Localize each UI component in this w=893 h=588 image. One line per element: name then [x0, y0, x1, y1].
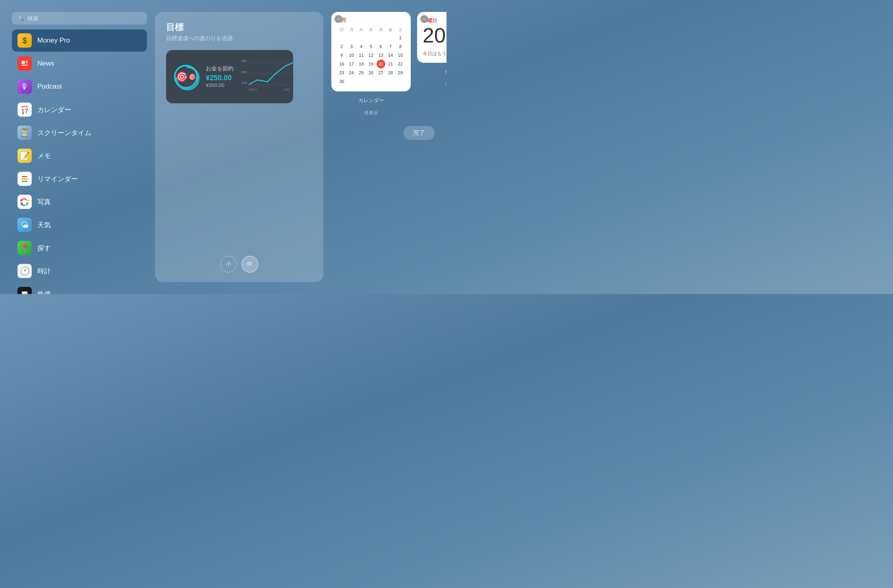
calendar-day[interactable]: 28	[386, 68, 395, 77]
calendar-grid: 日月火水木金土 12345678910111213141516171819202…	[337, 26, 405, 86]
calendar-next-caption: カレンダー	[444, 68, 447, 75]
calendar-day[interactable]: 9	[337, 51, 346, 60]
calendar-day[interactable]: 27	[377, 68, 385, 77]
svg-text:12/31: 12/31	[283, 88, 290, 91]
cal-day-header: 月	[347, 26, 357, 33]
calendar-month-caption: カレンダー	[358, 97, 384, 104]
app-label: メモ	[37, 151, 51, 161]
app-label: 時計	[37, 267, 51, 276]
app-label: Podcast	[37, 83, 62, 91]
sidebar-item-memo[interactable]: 📝メモ	[12, 145, 147, 167]
calendar-icon: APR17	[17, 103, 32, 117]
calendar-day[interactable]: 1	[396, 33, 405, 42]
sidebar-item-photos[interactable]: 写真	[12, 191, 147, 213]
calendar-day	[386, 33, 395, 42]
search-bar[interactable]: 🔍	[12, 12, 147, 25]
calendar-week-row: 1	[337, 33, 405, 42]
calendar-day[interactable]: 24	[347, 68, 356, 77]
sidebar-item-news[interactable]: News	[12, 52, 147, 75]
sidebar-item-moneypro[interactable]: $Money Pro	[12, 29, 147, 52]
calendar-day[interactable]: 29	[396, 68, 405, 77]
main-area: 目標 目標達成への道のりを追跡。 🎯 お金を節約 ¥250.00 ¥300.00	[147, 12, 331, 282]
calendar-day[interactable]: 13	[377, 51, 385, 60]
calendar-month-label: 4月	[338, 17, 405, 24]
remove-next-button[interactable]: −	[420, 15, 428, 23]
calendar-day[interactable]: 2	[337, 42, 346, 51]
app-label: スクリーンタイム	[37, 128, 91, 137]
sidebar-item-podcast[interactable]: 🎙Podcast	[12, 75, 147, 98]
size-small-button[interactable]: 小	[220, 256, 237, 273]
calendar-day[interactable]: 8	[396, 42, 405, 51]
svg-point-4	[23, 200, 26, 203]
sidebar: 🔍 $Money ProNews🎙PodcastAPR17カレンダー⏳スクリーン…	[12, 12, 147, 282]
remove-month-button[interactable]: −	[334, 15, 342, 23]
calendar-day[interactable]: 19	[367, 60, 375, 68]
svg-rect-2	[25, 62, 28, 63]
calendar-day[interactable]: 26	[367, 68, 375, 77]
calendar-week-row: 16171819202122	[337, 60, 405, 68]
calendar-day[interactable]: 25	[357, 68, 365, 77]
sidebar-item-reminders[interactable]: リマインダー	[12, 168, 147, 190]
app-label: 探す	[37, 244, 51, 253]
calendar-day[interactable]: 7	[386, 42, 395, 51]
svg-text:1/01日: 1/01日	[249, 88, 257, 91]
calendar-month-widget: − 4月 日月火水木金土 123456789101112131415161718…	[331, 12, 411, 91]
calendar-day[interactable]: 23	[337, 68, 346, 77]
calendar-next-subcaption: 次はこちら	[445, 81, 446, 88]
done-button[interactable]: 完了	[404, 126, 435, 140]
sidebar-item-clock[interactable]: 🕐時計	[12, 260, 147, 282]
calendar-week-row: 9101112131415	[337, 51, 405, 60]
search-icon: 🔍	[17, 15, 24, 21]
calendar-widgets-row: − 4月 日月火水木金土 123456789101112131415161718…	[331, 12, 435, 116]
svg-text:100: 100	[242, 81, 247, 85]
search-input[interactable]	[27, 15, 141, 21]
calendar-day[interactable]: 14	[386, 51, 395, 60]
sidebar-item-weather[interactable]: 🌤天気	[12, 214, 147, 236]
calendar-day[interactable]: 18	[357, 60, 365, 68]
calendar-day	[357, 33, 365, 42]
calendar-day[interactable]: 3	[347, 42, 356, 51]
widget-title: 目標	[166, 21, 312, 33]
sidebar-item-stocks[interactable]: 📈株価	[12, 283, 147, 294]
size-buttons: 小 中	[166, 256, 312, 273]
cal-day-header: 日	[337, 26, 347, 33]
calendar-day[interactable]: 11	[357, 51, 365, 60]
calendar-day[interactable]: 16	[337, 60, 346, 68]
calendar-day[interactable]: 4	[357, 42, 365, 51]
svg-text:300: 300	[242, 59, 247, 63]
sidebar-item-screentime[interactable]: ⏳スクリーンタイム	[12, 122, 147, 144]
calendar-day[interactable]: 20	[377, 60, 385, 68]
svg-rect-3	[21, 65, 28, 66]
svg-rect-0	[21, 61, 25, 64]
app-label: News	[37, 60, 54, 68]
sidebar-item-calendar[interactable]: APR17カレンダー	[12, 99, 147, 121]
calendar-day[interactable]: 21	[386, 60, 395, 68]
cal-day-header: 水	[366, 26, 376, 33]
calendar-day[interactable]: 17	[347, 60, 356, 68]
app-list: $Money ProNews🎙PodcastAPR17カレンダー⏳スクリーンタイ…	[12, 29, 147, 294]
calendar-day	[386, 77, 395, 86]
calendar-day	[337, 33, 346, 42]
calendar-day[interactable]: 6	[377, 42, 385, 51]
sidebar-item-findmy[interactable]: 📍探す	[12, 237, 147, 259]
app-label: リマインダー	[37, 174, 78, 184]
right-panel: − 4月 日月火水木金土 123456789101112131415161718…	[331, 12, 435, 282]
podcast-icon: 🎙	[17, 79, 32, 94]
goal-info: お金を節約 ¥250.00 ¥300.00	[206, 65, 234, 88]
calendar-day[interactable]: 5	[367, 42, 375, 51]
size-medium-button[interactable]: 中	[242, 256, 258, 273]
calendar-month-subcaption: 月表示	[364, 110, 378, 116]
memo-icon: 📝	[17, 149, 32, 163]
calendar-week-row: 30	[337, 77, 405, 86]
calendar-week-row: 2345678	[337, 42, 405, 51]
calendar-day[interactable]: 30	[337, 77, 346, 86]
calendar-day[interactable]: 10	[347, 51, 356, 60]
svg-text:200: 200	[242, 70, 247, 74]
app-label: 写真	[37, 197, 51, 207]
moneypro-icon: $	[17, 33, 32, 48]
calendar-day[interactable]: 12	[367, 51, 375, 60]
widget-preview: 🎯 お金を節約 ¥250.00 ¥300.00 300 200 100	[166, 50, 293, 103]
calendar-day[interactable]: 22	[396, 60, 405, 68]
mini-chart: 300 200 100 1/01日 12/31	[242, 58, 293, 94]
calendar-day[interactable]: 15	[396, 51, 405, 60]
